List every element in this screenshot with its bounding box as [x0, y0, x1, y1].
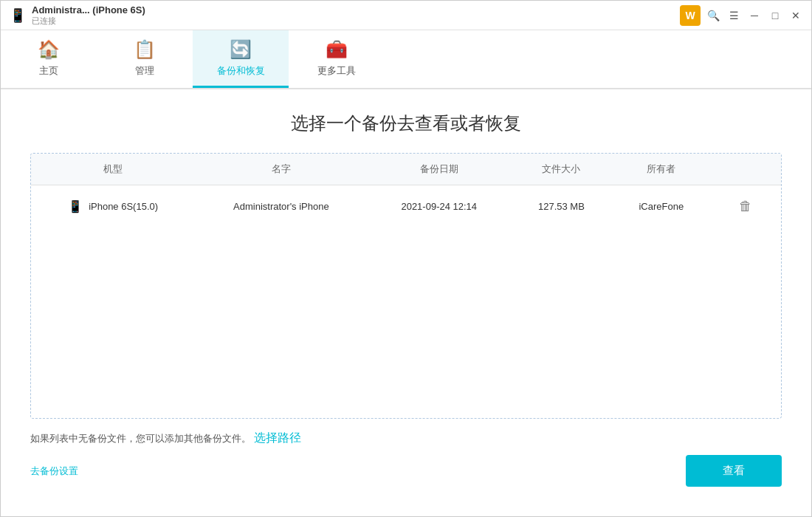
- col-name: 名字: [195, 154, 367, 185]
- nav-home[interactable]: 🏠 主页: [1, 30, 97, 88]
- view-button[interactable]: 查看: [686, 455, 782, 487]
- page-title: 选择一个备份去查看或者恢复: [30, 112, 782, 135]
- nav-backup[interactable]: 🔄 备份和恢复: [193, 30, 289, 88]
- nav-bar: 🏠 主页 📋 管理 🔄 备份和恢复 🧰 更多工具: [1, 30, 811, 89]
- select-path-link[interactable]: 选择路径: [254, 431, 301, 444]
- col-date: 备份日期: [368, 154, 511, 185]
- delete-button[interactable]: 🗑: [733, 196, 758, 217]
- device-info: Administra... (iPhone 6S) 已连接: [32, 4, 145, 27]
- col-size: 文件大小: [511, 154, 612, 185]
- cell-name: Administrator's iPhone: [195, 185, 367, 228]
- footer-actions: 去备份设置 查看: [30, 455, 782, 487]
- title-bar-right: W 🔍 ☰ ─ □ ✕: [680, 5, 804, 26]
- manage-icon: 📋: [134, 39, 156, 60]
- table-row[interactable]: 📱 iPhone 6S(15.0) Administrator's iPhone…: [31, 185, 781, 228]
- maximize-button[interactable]: □: [767, 7, 783, 24]
- col-model: 机型: [31, 154, 195, 185]
- footer: 如果列表中无备份文件，您可以添加其他备份文件。 选择路径 去备份设置 查看: [30, 419, 782, 494]
- search-button[interactable]: 🔍: [705, 7, 721, 24]
- nav-tools-label: 更多工具: [317, 64, 356, 78]
- tools-icon: 🧰: [326, 39, 348, 60]
- backup-table-container: 机型 名字 备份日期 文件大小 所有者 📱 iPhone 6S(15.0) Ad…: [30, 153, 782, 419]
- backup-icon: 🔄: [230, 39, 252, 60]
- cell-delete[interactable]: 🗑: [711, 185, 781, 228]
- col-action: [711, 154, 781, 185]
- cell-date: 2021-09-24 12:14: [368, 185, 511, 228]
- table-header-row: 机型 名字 备份日期 文件大小 所有者: [31, 154, 781, 185]
- device-phone-icon: 📱: [10, 7, 26, 24]
- home-icon: 🏠: [38, 39, 60, 60]
- footer-hint-row: 如果列表中无备份文件，您可以添加其他备份文件。 选择路径: [30, 431, 782, 446]
- nav-backup-label: 备份和恢复: [217, 64, 265, 78]
- device-name: Administra... (iPhone 6S): [32, 4, 145, 16]
- nav-home-label: 主页: [39, 64, 58, 78]
- title-bar: 📱 Administra... (iPhone 6S) 已连接 W 🔍 ☰ ─ …: [1, 1, 811, 30]
- close-button[interactable]: ✕: [788, 7, 804, 24]
- cell-model: 📱 iPhone 6S(15.0): [31, 185, 195, 228]
- cell-size: 127.53 MB: [511, 185, 612, 228]
- backup-settings-link[interactable]: 去备份设置: [30, 465, 78, 478]
- cell-owner: iCareFone: [612, 185, 711, 228]
- main-content: 选择一个备份去查看或者恢复 机型 名字 备份日期 文件大小 所有者 📱 iP: [1, 89, 811, 516]
- backup-table: 机型 名字 备份日期 文件大小 所有者 📱 iPhone 6S(15.0) Ad…: [31, 154, 781, 227]
- minimize-button[interactable]: ─: [746, 7, 763, 24]
- nav-tools[interactable]: 🧰 更多工具: [289, 30, 385, 88]
- phone-icon: 📱: [68, 199, 83, 213]
- footer-hint-text: 如果列表中无备份文件，您可以添加其他备份文件。: [30, 433, 251, 444]
- menu-button[interactable]: ☰: [726, 7, 742, 24]
- nav-manage[interactable]: 📋 管理: [97, 30, 193, 88]
- col-owner: 所有者: [612, 154, 711, 185]
- device-status: 已连接: [32, 16, 145, 27]
- nav-manage-label: 管理: [135, 64, 154, 78]
- title-bar-left: 📱 Administra... (iPhone 6S) 已连接: [10, 4, 145, 27]
- app-logo: W: [680, 5, 701, 26]
